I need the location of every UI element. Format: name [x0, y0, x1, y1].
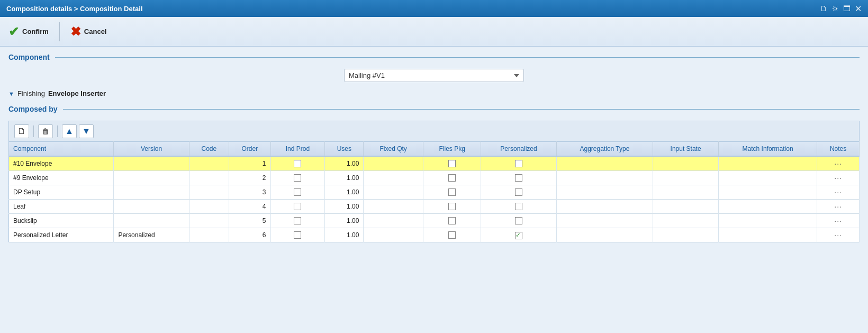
table-row[interactable]: #10 Envelope11.00··· [9, 156, 860, 171]
composed-by-header: Composed by [8, 105, 860, 113]
cell-input-state [653, 200, 719, 214]
cell-personalized[interactable] [481, 185, 556, 200]
component-dropdown[interactable]: Mailing #V1 [344, 69, 524, 82]
cell-ind-prod-checkbox[interactable] [294, 231, 301, 239]
cell-input-state [653, 171, 719, 185]
cell-personalized[interactable] [481, 228, 556, 242]
col-version: Version [114, 142, 189, 157]
cell-flies-pkg-checkbox[interactable] [448, 160, 456, 167]
table-toolbar: 🗋 🗑 ▲ ▼ [8, 121, 860, 141]
cell-personalized-checkbox[interactable] [515, 174, 522, 182]
composed-by-table: Component Version Code Order Ind Prod Us… [8, 141, 860, 242]
cell-uses: 1.00 [325, 156, 364, 171]
cell-flies-pkg-checkbox[interactable] [448, 231, 456, 239]
cell-ind-prod-checkbox[interactable] [294, 217, 301, 224]
finishing-row: ▼ Finishing Envelope Inserter [8, 89, 860, 97]
cell-personalized-checkbox[interactable] [515, 160, 522, 167]
cell-ind-prod-checkbox[interactable] [294, 160, 301, 167]
cell-personalized[interactable] [481, 171, 556, 185]
cell-personalized-checkbox[interactable] [515, 188, 522, 196]
cell-flies-pkg[interactable] [423, 200, 481, 214]
move-up-button[interactable]: ▲ [62, 124, 77, 138]
cell-flies-pkg-checkbox[interactable] [448, 188, 456, 196]
confirm-button[interactable]: ✔ Confirm [8, 24, 49, 39]
cell-personalized[interactable] [481, 200, 556, 214]
cell-notes[interactable]: ··· [817, 200, 860, 214]
cell-flies-pkg[interactable] [423, 228, 481, 242]
cell-flies-pkg[interactable] [423, 214, 481, 228]
cell-notes[interactable]: ··· [817, 156, 860, 171]
notes-menu-icon[interactable]: ··· [834, 188, 842, 196]
cell-personalized-checkbox[interactable] [515, 217, 522, 224]
cell-fixed-qty [364, 156, 423, 171]
col-component: Component [9, 142, 114, 157]
cell-flies-pkg[interactable] [423, 171, 481, 185]
cell-order: 2 [229, 171, 270, 185]
table-row[interactable]: Leaf41.00··· [9, 200, 860, 214]
layers-icon[interactable]: ⛭ [831, 4, 839, 13]
cell-order: 6 [229, 228, 270, 242]
title-bar-icons: 🗋 ⛭ 🗖 ✕ [820, 4, 862, 14]
window-icon[interactable]: 🗖 [843, 4, 851, 13]
col-flies-pkg: Flies Pkg [423, 142, 481, 157]
finishing-label: Finishing [17, 89, 45, 97]
finishing-value: Envelope Inserter [48, 89, 106, 97]
table-row[interactable]: Buckslip51.00··· [9, 214, 860, 228]
cell-version: Personalized [114, 228, 189, 242]
cell-aggregation-type [556, 200, 653, 214]
confirm-icon: ✔ [8, 24, 19, 39]
cell-match-information [718, 185, 817, 200]
table-row[interactable]: Personalized LetterPersonalized61.00··· [9, 228, 860, 242]
col-personalized: Personalized [481, 142, 556, 157]
composed-by-section: Composed by 🗋 🗑 ▲ ▼ Component [8, 105, 860, 242]
cell-personalized[interactable] [481, 156, 556, 171]
cell-ind-prod[interactable] [270, 228, 325, 242]
cell-personalized-checkbox[interactable] [515, 232, 522, 239]
notes-menu-icon[interactable]: ··· [834, 231, 842, 239]
col-uses: Uses [325, 142, 364, 157]
notes-menu-icon[interactable]: ··· [834, 174, 842, 182]
delete-row-button[interactable]: 🗑 [38, 124, 53, 138]
finishing-arrow-icon: ▼ [8, 91, 14, 97]
move-down-button[interactable]: ▼ [79, 124, 94, 138]
cell-notes[interactable]: ··· [817, 185, 860, 200]
cell-notes[interactable]: ··· [817, 171, 860, 185]
cell-flies-pkg-checkbox[interactable] [448, 217, 456, 224]
table-row[interactable]: DP Setup31.00··· [9, 185, 860, 200]
cell-flies-pkg[interactable] [423, 156, 481, 171]
breadcrumb: Composition details > Composition Detail [6, 5, 143, 13]
table-row[interactable]: #9 Envelope21.00··· [9, 171, 860, 185]
cell-ind-prod[interactable] [270, 200, 325, 214]
cell-flies-pkg-checkbox[interactable] [448, 174, 456, 182]
cell-ind-prod-checkbox[interactable] [294, 174, 301, 182]
notes-menu-icon[interactable]: ··· [834, 202, 842, 211]
component-section-title: Component [8, 53, 50, 61]
arrow-down-icon: ▼ [82, 127, 91, 136]
cell-notes[interactable]: ··· [817, 228, 860, 242]
cell-ind-prod[interactable] [270, 185, 325, 200]
cell-personalized-checkbox[interactable] [515, 203, 522, 210]
cell-component: Buckslip [9, 214, 114, 228]
cell-ind-prod-checkbox[interactable] [294, 188, 301, 196]
cell-aggregation-type [556, 228, 653, 242]
cell-uses: 1.00 [325, 214, 364, 228]
cell-flies-pkg[interactable] [423, 185, 481, 200]
cell-ind-prod[interactable] [270, 214, 325, 228]
notes-menu-icon[interactable]: ··· [834, 217, 842, 225]
col-ind-prod: Ind Prod [270, 142, 325, 157]
cell-ind-prod-checkbox[interactable] [294, 203, 301, 210]
cell-notes[interactable]: ··· [817, 214, 860, 228]
composed-by-title: Composed by [8, 105, 58, 113]
new-row-button[interactable]: 🗋 [14, 124, 29, 138]
cancel-button[interactable]: ✖ Cancel [70, 24, 107, 39]
cell-ind-prod[interactable] [270, 156, 325, 171]
document-icon[interactable]: 🗋 [820, 4, 827, 13]
notes-menu-icon[interactable]: ··· [834, 159, 842, 168]
composed-by-line [63, 109, 860, 110]
cell-aggregation-type [556, 171, 653, 185]
cell-personalized[interactable] [481, 214, 556, 228]
close-icon[interactable]: ✕ [855, 4, 862, 14]
cell-flies-pkg-checkbox[interactable] [448, 203, 456, 210]
cell-input-state [653, 228, 719, 242]
cell-ind-prod[interactable] [270, 171, 325, 185]
